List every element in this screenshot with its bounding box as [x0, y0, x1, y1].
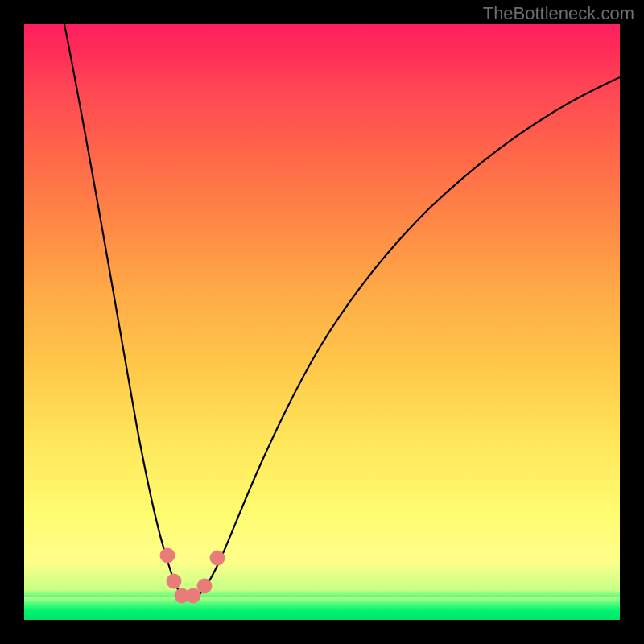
svg-point-3: [186, 588, 200, 603]
plot-area: [24, 24, 620, 620]
svg-point-0: [160, 548, 175, 563]
watermark-text: TheBottleneck.com: [483, 3, 634, 24]
svg-point-1: [167, 574, 181, 588]
trough-markers: [160, 548, 225, 603]
curve-layer: [24, 24, 620, 620]
bottleneck-curve: [64, 24, 620, 599]
frame: TheBottleneck.com: [0, 0, 644, 644]
svg-point-4: [197, 579, 212, 593]
svg-point-5: [210, 551, 225, 565]
